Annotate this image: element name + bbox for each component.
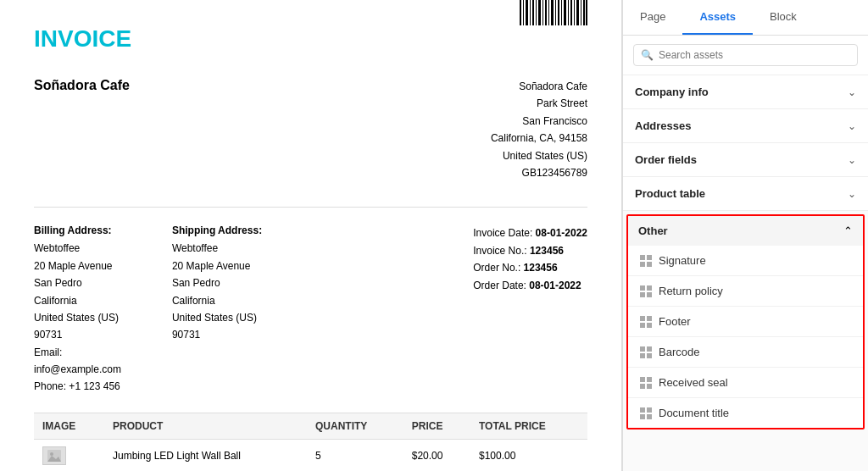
divider-1 — [34, 207, 587, 208]
other-item-signature[interactable]: Signature — [628, 246, 863, 276]
svg-rect-9 — [548, 0, 549, 25]
sidebar: Page Assets Block 🔍 Company info ⌄ Addre… — [622, 0, 868, 471]
svg-rect-27 — [640, 262, 645, 267]
svg-rect-31 — [640, 292, 645, 297]
grid-icon — [640, 316, 652, 328]
chevron-up-icon: ⌃ — [843, 224, 853, 237]
chevron-down-icon: ⌄ — [848, 188, 856, 200]
col-image: IMAGE — [34, 413, 104, 439]
table-row: Jumbing LED Light Wall Ball 5 $20.00 $10… — [34, 439, 587, 471]
svg-rect-6 — [538, 0, 541, 25]
search-icon: 🔍 — [641, 49, 654, 61]
search-input[interactable] — [659, 49, 850, 61]
other-item-document-title[interactable]: Document title — [628, 398, 863, 428]
svg-rect-4 — [532, 0, 534, 25]
tab-page[interactable]: Page — [623, 0, 682, 35]
sidebar-tabs: Page Assets Block — [623, 0, 868, 36]
cell-total: $100.00 — [470, 439, 587, 471]
svg-rect-0 — [520, 0, 521, 25]
col-product: PRODUCT — [104, 413, 307, 439]
svg-rect-32 — [647, 292, 652, 297]
svg-rect-42 — [647, 377, 652, 382]
svg-rect-2 — [526, 0, 528, 25]
search-box: 🔍 — [623, 36, 868, 75]
svg-rect-41 — [640, 377, 645, 382]
svg-rect-34 — [647, 316, 652, 321]
svg-rect-28 — [647, 262, 652, 267]
svg-rect-46 — [647, 407, 652, 413]
company-address: Soñadora Cafe Park Street San Francisco … — [491, 78, 587, 181]
svg-rect-19 — [581, 0, 581, 25]
svg-rect-11 — [555, 0, 556, 25]
svg-rect-21 — [586, 0, 587, 25]
section-company-info[interactable]: Company info ⌄ — [623, 75, 868, 109]
svg-rect-35 — [640, 323, 645, 328]
col-price: PRICE — [403, 413, 470, 439]
cell-product: Jumbing LED Light Wall Ball — [104, 439, 307, 471]
product-image-placeholder — [42, 446, 66, 465]
svg-rect-30 — [647, 285, 652, 291]
product-table: IMAGE PRODUCT QUANTITY PRICE TOTAL PRICE… — [34, 413, 587, 471]
svg-rect-7 — [542, 0, 543, 25]
svg-rect-3 — [530, 0, 531, 25]
grid-icon — [640, 255, 652, 267]
svg-rect-10 — [551, 0, 554, 25]
other-item-footer[interactable]: Footer — [628, 307, 863, 337]
section-order-fields[interactable]: Order fields ⌄ — [623, 143, 868, 177]
svg-rect-45 — [640, 407, 645, 413]
svg-rect-20 — [583, 0, 585, 25]
barcode-image — [520, 0, 587, 28]
svg-rect-5 — [536, 0, 537, 25]
tab-assets[interactable]: Assets — [682, 0, 753, 35]
cell-image — [34, 439, 104, 471]
svg-rect-8 — [545, 0, 547, 25]
company-name-left: Soñadora Cafe — [34, 78, 130, 181]
billing-address: Billing Address: Webtoffee 20 Maple Aven… — [34, 224, 138, 396]
svg-rect-36 — [647, 323, 652, 328]
svg-point-23 — [50, 452, 53, 456]
grid-icon — [640, 407, 652, 419]
search-input-wrap[interactable]: 🔍 — [633, 44, 858, 66]
svg-rect-16 — [570, 0, 572, 25]
svg-rect-12 — [558, 0, 559, 25]
addresses-left: Billing Address: Webtoffee 20 Maple Aven… — [34, 224, 276, 396]
svg-rect-15 — [568, 0, 569, 25]
addresses-row: Billing Address: Webtoffee 20 Maple Aven… — [34, 224, 587, 396]
svg-rect-43 — [640, 384, 645, 389]
svg-rect-38 — [647, 346, 652, 352]
grid-icon — [640, 285, 652, 297]
shipping-address: Shipping Address: Webtoffee 20 Maple Ave… — [172, 224, 276, 396]
header-section: Soñadora Cafe Soñadora Cafe Park Street … — [34, 78, 587, 181]
section-list: Company info ⌄ Addresses ⌄ Order fields … — [623, 75, 868, 471]
other-item-return-policy[interactable]: Return policy — [628, 276, 863, 307]
other-section-header[interactable]: Other ⌃ — [628, 216, 863, 246]
chevron-down-icon: ⌄ — [848, 86, 856, 98]
section-product-table[interactable]: Product table ⌄ — [623, 177, 868, 211]
svg-rect-18 — [576, 0, 579, 25]
svg-rect-17 — [574, 0, 575, 25]
svg-rect-29 — [640, 285, 645, 291]
svg-rect-26 — [647, 255, 652, 260]
svg-rect-13 — [561, 0, 562, 25]
svg-rect-40 — [647, 353, 652, 358]
svg-rect-39 — [640, 353, 645, 358]
col-quantity: QUANTITY — [307, 413, 403, 439]
other-section: Other ⌃ Signature Return policy Footer — [626, 214, 865, 429]
other-item-received-seal[interactable]: Received seal — [628, 368, 863, 398]
other-item-barcode[interactable]: Barcode — [628, 337, 863, 368]
invoice-details: Invoice Date: 08-01-2022 Invoice No.: 12… — [473, 224, 587, 396]
svg-rect-47 — [640, 414, 645, 419]
svg-rect-14 — [564, 0, 566, 25]
chevron-down-icon: ⌄ — [848, 154, 856, 166]
invoice-area: INVOICE — [0, 0, 622, 471]
svg-rect-37 — [640, 346, 645, 352]
svg-rect-33 — [640, 316, 645, 321]
cell-price: $20.00 — [403, 439, 470, 471]
svg-rect-48 — [647, 414, 652, 419]
chevron-down-icon: ⌄ — [848, 120, 856, 132]
svg-rect-25 — [640, 255, 645, 260]
svg-rect-44 — [647, 384, 652, 389]
section-addresses[interactable]: Addresses ⌄ — [623, 109, 868, 143]
invoice-title: INVOICE — [34, 25, 131, 53]
tab-block[interactable]: Block — [753, 0, 814, 35]
